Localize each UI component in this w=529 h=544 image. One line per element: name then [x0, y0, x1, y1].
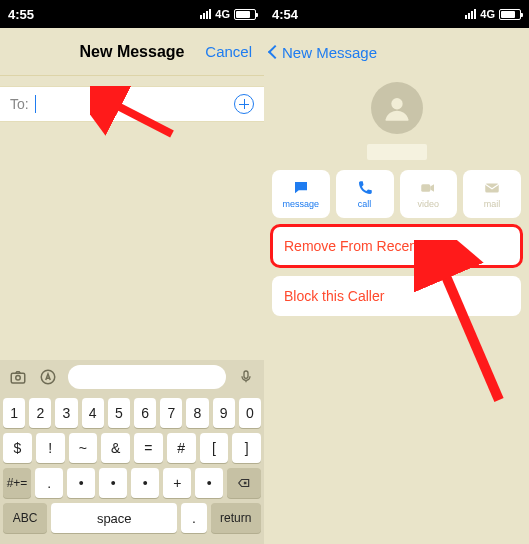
- svg-point-3: [16, 376, 21, 381]
- action-call[interactable]: call: [336, 170, 394, 218]
- svg-rect-5: [244, 371, 248, 378]
- keyboard-area: 1 2 3 4 5 6 7 8 9 0 $ ! ~ & = # [ ]: [0, 360, 264, 544]
- key-r3a[interactable]: •: [67, 468, 95, 498]
- phone-right: 4:54 4G New Message message call: [264, 0, 529, 544]
- nav-bar-r: New Message: [264, 28, 529, 76]
- phone-icon: [356, 179, 374, 197]
- add-contact-icon[interactable]: [234, 94, 254, 114]
- key-excl[interactable]: !: [36, 433, 65, 463]
- key-9[interactable]: 9: [213, 398, 235, 428]
- key-1[interactable]: 1: [3, 398, 25, 428]
- kb-row-3: #+= . • • • + •: [3, 468, 261, 498]
- status-bar-r: 4:54 4G: [264, 0, 529, 28]
- key-r3c[interactable]: •: [131, 468, 159, 498]
- battery-icon: [234, 9, 256, 20]
- text-input-pill[interactable]: [68, 365, 226, 389]
- avatar: [371, 82, 423, 134]
- status-time-r: 4:54: [272, 7, 298, 22]
- chevron-left-icon: [268, 45, 282, 59]
- key-5[interactable]: 5: [108, 398, 130, 428]
- key-hashplus[interactable]: #+=: [3, 468, 31, 498]
- key-r3d[interactable]: +: [163, 468, 191, 498]
- to-field-row[interactable]: To:: [0, 86, 264, 122]
- action-mail-label: mail: [484, 199, 501, 209]
- key-8[interactable]: 8: [186, 398, 208, 428]
- key-lbrk[interactable]: [: [200, 433, 229, 463]
- mail-icon: [483, 179, 501, 197]
- appstore-icon[interactable]: [38, 367, 58, 387]
- key-r3b[interactable]: •: [99, 468, 127, 498]
- camera-icon[interactable]: [8, 367, 28, 387]
- phone-left: 4:55 4G New Message Cancel To:: [0, 0, 264, 544]
- key-r3e[interactable]: •: [195, 468, 223, 498]
- remove-from-recents-button[interactable]: Remove From Recents: [272, 226, 521, 266]
- contact-header: [264, 76, 529, 160]
- kb-row-2: $ ! ~ & = # [ ]: [3, 433, 261, 463]
- key-hashc[interactable]: #: [167, 433, 196, 463]
- cancel-button[interactable]: Cancel: [205, 43, 252, 60]
- key-7[interactable]: 7: [160, 398, 182, 428]
- key-return[interactable]: return: [211, 503, 261, 533]
- key-abc[interactable]: ABC: [3, 503, 47, 533]
- back-label: New Message: [282, 44, 377, 61]
- action-video-label: video: [418, 199, 440, 209]
- action-call-label: call: [358, 199, 372, 209]
- key-2[interactable]: 2: [29, 398, 51, 428]
- contact-list-section: Remove From Recents Block this Caller: [264, 226, 529, 316]
- video-icon: [419, 179, 437, 197]
- status-time: 4:55: [8, 7, 34, 22]
- action-video: video: [400, 170, 458, 218]
- key-space[interactable]: space: [51, 503, 177, 533]
- status-right-r: 4G: [465, 8, 521, 20]
- key-dollar[interactable]: $: [3, 433, 32, 463]
- status-bar: 4:55 4G: [0, 0, 264, 28]
- network-label-r: 4G: [480, 8, 495, 20]
- nav-bar: New Message Cancel: [0, 28, 264, 76]
- key-eq[interactable]: =: [134, 433, 163, 463]
- kb-row-1: 1 2 3 4 5 6 7 8 9 0: [3, 398, 261, 428]
- svg-point-6: [391, 98, 402, 109]
- back-button[interactable]: New Message: [270, 44, 377, 61]
- predictive-bar: [0, 360, 264, 394]
- network-label: 4G: [215, 8, 230, 20]
- key-amp[interactable]: &: [101, 433, 130, 463]
- nav-title: New Message: [80, 43, 185, 61]
- message-icon: [292, 179, 310, 197]
- key-delete[interactable]: [227, 468, 261, 498]
- mic-icon[interactable]: [236, 367, 256, 387]
- key-period[interactable]: .: [35, 468, 63, 498]
- status-right: 4G: [200, 8, 256, 20]
- key-period2[interactable]: .: [181, 503, 206, 533]
- key-rbrk[interactable]: ]: [232, 433, 261, 463]
- svg-rect-7: [422, 184, 431, 192]
- key-3[interactable]: 3: [55, 398, 77, 428]
- signal-icon-r: [465, 9, 476, 19]
- to-input[interactable]: [36, 96, 234, 112]
- action-mail: mail: [463, 170, 521, 218]
- action-message-label: message: [283, 199, 320, 209]
- kb-row-4: ABC space . return: [3, 503, 261, 533]
- keyboard[interactable]: 1 2 3 4 5 6 7 8 9 0 $ ! ~ & = # [ ]: [0, 394, 264, 544]
- signal-icon: [200, 9, 211, 19]
- svg-rect-2: [11, 373, 25, 383]
- block-caller-button[interactable]: Block this Caller: [272, 276, 521, 316]
- battery-icon-r: [499, 9, 521, 20]
- key-6[interactable]: 6: [134, 398, 156, 428]
- key-tilde[interactable]: ~: [69, 433, 98, 463]
- contact-action-row: message call video mail: [264, 160, 529, 226]
- key-0[interactable]: 0: [239, 398, 261, 428]
- svg-rect-8: [485, 184, 499, 193]
- key-4[interactable]: 4: [82, 398, 104, 428]
- action-message[interactable]: message: [272, 170, 330, 218]
- to-label: To:: [10, 96, 29, 112]
- contact-name-redacted: [367, 144, 427, 160]
